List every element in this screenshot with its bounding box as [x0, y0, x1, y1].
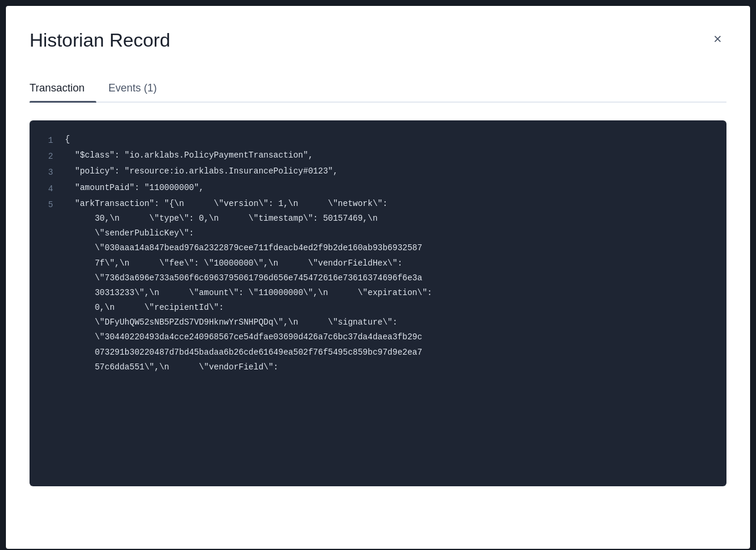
code-line-3: 3 "policy": "resource:io.arklabs.Insuran… — [41, 164, 709, 180]
close-button[interactable]: × — [709, 30, 726, 48]
modal-overlay: Historian Record × Transaction Events (1… — [0, 0, 756, 550]
line-number-4: 4 — [41, 181, 65, 197]
code-block: 1 { 2 "$class": "io.arklabs.PolicyPaymen… — [30, 120, 726, 486]
code-scroll[interactable]: 1 { 2 "$class": "io.arklabs.PolicyPaymen… — [41, 132, 715, 474]
modal-title: Historian Record — [30, 30, 170, 51]
line-content-5: "arkTransaction": "{\n \"version\": 1,\n… — [65, 197, 709, 375]
line-number-1: 1 — [41, 132, 65, 148]
line-number-2: 2 — [41, 148, 65, 164]
code-line-2: 2 "$class": "io.arklabs.PolicyPaymentTra… — [41, 148, 709, 164]
line-number-3: 3 — [41, 164, 65, 180]
modal-container: Historian Record × Transaction Events (1… — [6, 6, 750, 549]
modal-header: Historian Record × — [6, 6, 750, 63]
tab-transaction[interactable]: Transaction — [30, 75, 96, 102]
line-content-4: "amountPaid": "110000000", — [65, 181, 709, 197]
code-line-5: 5 "arkTransaction": "{\n \"version\": 1,… — [41, 197, 709, 375]
line-number-5: 5 — [41, 197, 65, 375]
code-lines: 1 { 2 "$class": "io.arklabs.PolicyPaymen… — [41, 132, 709, 375]
line-content-2: "$class": "io.arklabs.PolicyPaymentTrans… — [65, 148, 709, 164]
tabs: Transaction Events (1) — [30, 75, 726, 103]
code-line-1: 1 { — [41, 132, 709, 148]
code-line-4: 4 "amountPaid": "110000000", — [41, 181, 709, 197]
content-area: 1 { 2 "$class": "io.arklabs.PolicyPaymen… — [6, 103, 750, 504]
line-content-3: "policy": "resource:io.arklabs.Insurance… — [65, 164, 709, 180]
tabs-container: Transaction Events (1) — [6, 75, 750, 103]
line-content-1: { — [65, 132, 709, 148]
tab-events[interactable]: Events (1) — [108, 75, 168, 102]
